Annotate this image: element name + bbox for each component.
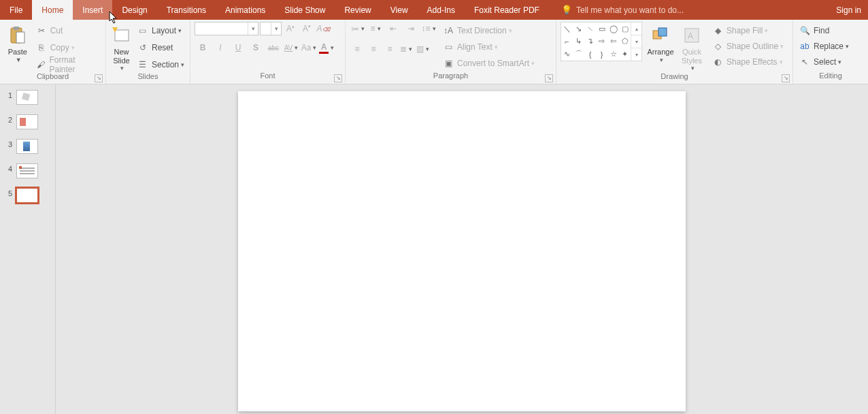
shapes-more[interactable]: ▾ (631, 48, 641, 61)
cut-button[interactable]: ✂ Cut (34, 23, 101, 38)
shape-arrow-icon[interactable]: ↘ (573, 22, 584, 35)
paste-button[interactable]: Paste ▼ (4, 22, 31, 63)
grow-font-button[interactable]: A▴ (283, 22, 298, 35)
align-text-button[interactable]: ▭ Align Text ▾ (441, 39, 536, 54)
convert-smartart-button[interactable]: ▣ Convert to SmartArt ▾ (441, 56, 536, 71)
tab-home[interactable]: Home (32, 0, 73, 20)
tab-file[interactable]: File (0, 0, 32, 20)
clipboard-dialog-launcher[interactable]: ↘ (95, 74, 103, 82)
tab-addins[interactable]: Add-Ins (418, 0, 465, 20)
slide-thumbnail-pane[interactable]: 1 2 3 4 5 (0, 84, 56, 414)
font-size-dropdown-icon[interactable]: ▾ (271, 22, 281, 35)
shape-elbow-arrow-icon[interactable]: ↳ (573, 35, 584, 48)
svg-text:A: A (688, 31, 693, 41)
tab-view[interactable]: View (381, 0, 418, 20)
copy-button[interactable]: ⎘ Copy ▾ (34, 40, 101, 55)
layout-dropdown-icon: ▾ (178, 27, 182, 34)
tab-review[interactable]: Review (335, 0, 380, 20)
increase-indent-button[interactable]: ⇥ (403, 22, 419, 35)
replace-button[interactable]: ab Replace ▾ (797, 39, 850, 54)
columns-button[interactable]: ▥▾ (415, 42, 430, 56)
tab-animations[interactable]: Animations (216, 0, 275, 20)
underline-button[interactable]: U (230, 41, 246, 54)
align-center-button[interactable]: ≡ (366, 42, 381, 56)
text-direction-button[interactable]: ↕A Text Direction ▾ (441, 23, 536, 38)
shape-block-arrow2-icon[interactable]: ⇦ (607, 35, 619, 48)
align-left-button[interactable]: ≡ (350, 42, 365, 56)
font-color-button[interactable]: A ▾ (318, 41, 335, 54)
shape-brace-left-icon[interactable]: { (584, 48, 596, 61)
tab-insert[interactable]: Insert (73, 0, 112, 20)
shape-outline-button[interactable]: ◇ Shape Outline ▾ (710, 39, 785, 54)
arrange-button[interactable]: Arrange ▾ (646, 22, 675, 72)
justify-button[interactable]: ≣▾ (399, 42, 414, 56)
align-text-label: Align Text (457, 42, 493, 52)
select-icon: ↖ (799, 57, 811, 67)
thumbnail-slide-5[interactable] (16, 188, 38, 203)
bullets-button[interactable]: ≔▾ (350, 22, 366, 35)
select-button[interactable]: ↖ Select ▾ (797, 54, 850, 69)
thumbnail-slide-3[interactable] (16, 139, 38, 154)
shape-arc-icon[interactable]: ⌒ (573, 48, 584, 61)
font-name-combo[interactable]: ▾ (195, 22, 258, 35)
tab-design[interactable]: Design (112, 0, 156, 20)
shrink-font-button[interactable]: A▾ (299, 22, 314, 35)
tell-me-search[interactable]: 💡 Tell me what you want to do... (561, 0, 684, 20)
shape-line-icon[interactable]: ＼ (561, 22, 573, 35)
decrease-indent-button[interactable]: ⇤ (385, 22, 401, 35)
shapes-gallery[interactable]: ＼ ↘ ⟍ ▭ ◯ ▢ ⌐ ↳ ↴ ⇨ ⇦ ⬠ ∿ ⌒ { } ☆ (561, 22, 642, 61)
slide-canvas[interactable] (238, 91, 686, 411)
shapes-scroll-up[interactable]: ▴ (631, 22, 641, 35)
thumbnail-row-1[interactable]: 1 (0, 90, 55, 105)
new-slide-button[interactable]: New Slide ▾ (110, 22, 133, 72)
find-button[interactable]: 🔍 Find (797, 23, 850, 38)
thumbnail-slide-2[interactable] (16, 114, 38, 129)
clear-formatting-button[interactable]: A⌫ (316, 22, 331, 35)
shape-oval-icon[interactable]: ◯ (607, 22, 619, 35)
shape-block-arrow-icon[interactable]: ⇨ (596, 35, 607, 48)
align-right-button[interactable]: ≡ (382, 42, 397, 56)
thumbnail-row-4[interactable]: 4 (0, 163, 55, 178)
shape-pentagon-icon[interactable]: ⬠ (619, 35, 631, 48)
quick-styles-button[interactable]: A Quick Styles ▾ (678, 22, 706, 72)
slide-edit-area[interactable] (56, 84, 868, 414)
strikethrough-button[interactable]: abc (265, 41, 282, 54)
format-painter-button[interactable]: 🖌 Format Painter (34, 57, 101, 72)
shape-curve-icon[interactable]: ∿ (561, 48, 573, 61)
tab-transitions[interactable]: Transitions (157, 0, 216, 20)
italic-button[interactable]: I (212, 41, 229, 54)
tab-foxit[interactable]: Foxit Reader PDF (465, 0, 549, 20)
section-button[interactable]: ☰ Section ▾ (135, 57, 186, 72)
layout-button[interactable]: ▭ Layout ▾ (135, 23, 186, 38)
reset-button[interactable]: ↺ Reset (135, 40, 186, 55)
thumbnail-row-5[interactable]: 5 (0, 188, 55, 203)
font-dialog-launcher[interactable]: ↘ (334, 74, 342, 82)
shape-fill-button[interactable]: ◆ Shape Fill ▾ (710, 23, 785, 38)
drawing-dialog-launcher[interactable]: ↘ (782, 74, 790, 82)
thumbnail-row-3[interactable]: 3 (0, 139, 55, 154)
tab-slideshow[interactable]: Slide Show (275, 0, 335, 20)
line-spacing-button[interactable]: ↕≡▾ (420, 22, 437, 35)
shape-action-icon[interactable]: ✦ (619, 48, 631, 61)
shapes-scroll-down[interactable]: ▾ (631, 35, 641, 48)
numbering-button[interactable]: ≡▾ (367, 22, 384, 35)
bold-button[interactable]: B (195, 41, 211, 54)
shape-rect-icon[interactable]: ▭ (596, 22, 607, 35)
change-case-button[interactable]: Aa▾ (301, 41, 317, 54)
shape-star-icon[interactable]: ☆ (607, 48, 619, 61)
font-name-dropdown-icon[interactable]: ▾ (248, 22, 258, 35)
text-shadow-button[interactable]: S (248, 41, 264, 54)
thumbnail-row-2[interactable]: 2 (0, 114, 55, 129)
shape-roundrect-icon[interactable]: ▢ (619, 22, 631, 35)
font-size-combo[interactable]: ▾ (260, 22, 282, 35)
char-spacing-button[interactable]: AV▾ (283, 41, 299, 54)
shape-connector-icon[interactable]: ↴ (584, 35, 596, 48)
shape-line2-icon[interactable]: ⟍ (584, 22, 596, 35)
thumbnail-slide-4[interactable] (16, 163, 38, 178)
shape-effects-button[interactable]: ◐ Shape Effects ▾ (710, 54, 785, 69)
shape-brace-right-icon[interactable]: } (596, 48, 607, 61)
paragraph-dialog-launcher[interactable]: ↘ (545, 74, 553, 82)
shape-elbow-icon[interactable]: ⌐ (561, 35, 573, 48)
sign-in-link[interactable]: Sign in (829, 0, 868, 20)
thumbnail-slide-1[interactable] (16, 90, 38, 105)
